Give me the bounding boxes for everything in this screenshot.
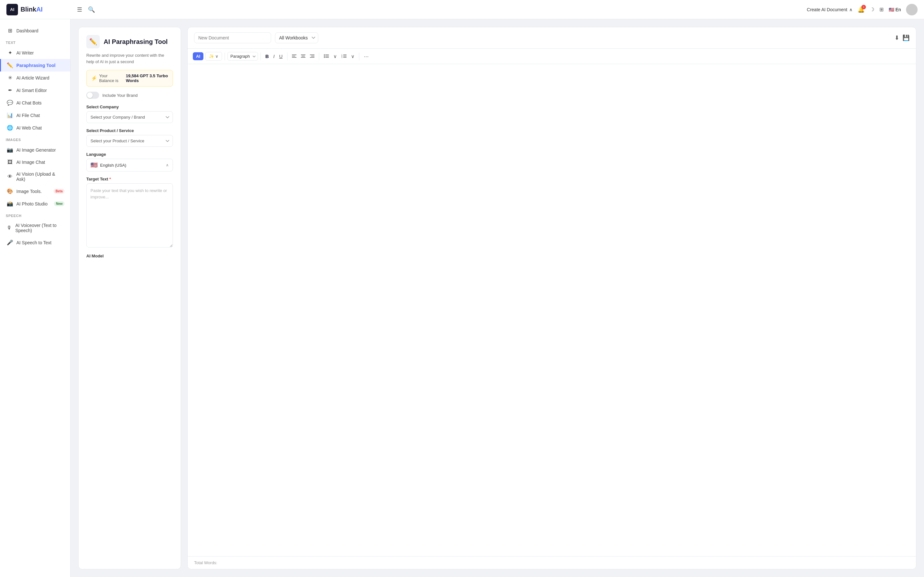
sidebar-item-ai-image-chat[interactable]: 🖼 AI Image Chat <box>0 156 70 168</box>
align-center-button[interactable] <box>299 52 307 60</box>
language-group: Language 🇺🇸 English (USA) ∧ <box>86 152 173 171</box>
image-tools-icon: 🎨 <box>7 188 13 194</box>
notifications-button[interactable]: 🔔 1 <box>858 6 865 13</box>
beta-badge: Beta <box>53 189 65 193</box>
tool-title: AI Paraphrasing Tool <box>103 38 168 45</box>
select-company-group: Select Company Select your Company / Bra… <box>86 105 173 123</box>
sidebar-item-ai-article-wizard[interactable]: ✳ AI Article Wizard <box>0 71 70 84</box>
workbook-select[interactable]: All Workbooks My Workbooks <box>275 32 318 43</box>
article-wizard-icon: ✳ <box>7 75 13 81</box>
grid-icon-button[interactable]: ⊞ <box>879 6 884 13</box>
header-right-icons: ⬇ 💾 <box>895 34 909 41</box>
ordered-list-chevron[interactable]: ∨ <box>349 52 357 61</box>
more-options-button[interactable]: ⋯ <box>362 52 371 61</box>
paragraph-style-select[interactable]: Paragraph <box>228 52 258 61</box>
include-brand-label: Include Your Brand <box>102 93 137 98</box>
sidebar-text-section: TEXT <box>0 37 70 47</box>
include-brand-toggle[interactable] <box>86 92 99 99</box>
sidebar-item-dashboard[interactable]: ⊞ Dashboard <box>0 24 70 37</box>
sidebar-item-ai-image-generator[interactable]: 📷 AI Image Generator <box>0 143 70 156</box>
menu-icon[interactable]: ☰ <box>77 6 82 13</box>
language-label: Language <box>86 152 173 157</box>
tool-icon-box: ✏️ <box>86 35 100 48</box>
ai-model-group: AI Model <box>86 253 173 258</box>
bold-button[interactable]: B <box>263 52 271 60</box>
right-panel-footer: Total Words: <box>188 556 916 569</box>
select-company-label: Select Company <box>86 105 173 109</box>
search-icon[interactable]: 🔍 <box>88 6 95 13</box>
bullet-list-chevron[interactable]: ∨ <box>331 52 339 61</box>
sidebar-item-ai-smart-editor[interactable]: ✒ AI Smart Editor <box>0 84 70 97</box>
language-select-row[interactable]: 🇺🇸 English (USA) ∧ <box>86 159 173 171</box>
bullet-list-button[interactable] <box>322 52 331 60</box>
language-button[interactable]: 🇺🇸 En <box>889 7 901 12</box>
toolbar-divider-5 <box>359 53 359 60</box>
editor-area[interactable] <box>188 64 916 556</box>
sidebar-item-ai-vision[interactable]: 👁 AI Vision (Upload & Ask) <box>0 168 70 185</box>
web-chat-icon: 🌐 <box>7 125 13 131</box>
new-badge: New <box>54 201 65 206</box>
select-product-dropdown[interactable]: Select your Product / Service <box>86 135 173 147</box>
ai-toolbar-button[interactable]: AI <box>193 52 204 60</box>
sidebar-item-ai-speech-to-text[interactable]: 🎤 AI Speech to Text <box>0 236 70 249</box>
target-text-input[interactable] <box>86 183 173 247</box>
language-value: English (USA) <box>100 163 163 168</box>
dashboard-icon: ⊞ <box>7 27 13 34</box>
magic-toolbar-button[interactable]: ✨ ∨ <box>205 52 222 61</box>
sidebar-item-ai-web-chat[interactable]: 🌐 AI Web Chat <box>0 121 70 134</box>
target-text-group: Target Text * <box>86 177 173 248</box>
svg-point-9 <box>324 55 325 55</box>
language-chevron-icon: ∧ <box>166 163 169 167</box>
create-ai-document-button[interactable]: Create AI Document ∧ <box>807 7 853 12</box>
align-left-button[interactable] <box>290 52 298 60</box>
required-indicator: * <box>110 177 111 181</box>
total-words-label: Total Words: <box>194 560 217 565</box>
text-format-group: B I U <box>263 52 284 60</box>
paraphrasing-tool-icon: ✏️ <box>89 38 97 45</box>
toolbar-divider-2 <box>260 53 261 60</box>
sidebar: ⊞ Dashboard TEXT ✦ AI Writer ✏️ Paraphra… <box>0 19 71 577</box>
document-name-input[interactable] <box>194 32 271 43</box>
left-panel: ✏️ AI Paraphrasing Tool Rewrite and impr… <box>78 27 181 569</box>
voiceover-icon: 🎙 <box>7 225 12 231</box>
avatar[interactable] <box>906 4 918 15</box>
list-group: ∨ 1.2.3. ∨ <box>322 52 357 61</box>
sidebar-item-ai-chat-bots[interactable]: 💬 AI Chat Bots <box>0 97 70 109</box>
right-panel-header: All Workbooks My Workbooks ⬇ 💾 <box>188 27 916 49</box>
sidebar-item-ai-photo-studio[interactable]: 📸 AI Photo Studio New <box>0 197 70 210</box>
balance-amount: 19,584 GPT 3.5 Turbo Words <box>126 73 168 83</box>
svg-point-13 <box>324 57 325 58</box>
underline-button[interactable]: U <box>277 52 284 60</box>
align-group <box>290 52 317 60</box>
chat-bots-icon: 💬 <box>7 100 13 106</box>
toolbar-divider-1 <box>225 53 225 60</box>
paraphrasing-icon: ✏️ <box>7 62 13 68</box>
align-right-button[interactable] <box>308 52 317 60</box>
toggle-knob <box>87 92 93 98</box>
download-icon-button[interactable]: ⬇ <box>895 34 899 41</box>
sidebar-item-ai-voiceover[interactable]: 🎙 AI Voiceover (Text to Speech) <box>0 219 70 236</box>
select-company-dropdown[interactable]: Select your Company / Brand <box>86 111 173 123</box>
svg-point-11 <box>324 56 325 57</box>
sidebar-item-ai-file-chat[interactable]: 📊 AI File Chat <box>0 109 70 121</box>
language-flag: 🇺🇸 <box>90 161 97 169</box>
toolbar-divider-4 <box>319 53 319 60</box>
italic-button[interactable]: I <box>271 52 276 60</box>
photo-studio-icon: 📸 <box>7 201 13 207</box>
save-icon-button[interactable]: 💾 <box>903 34 909 41</box>
tool-header: ✏️ AI Paraphrasing Tool <box>86 35 173 48</box>
sidebar-item-ai-writer[interactable]: ✦ AI Writer <box>0 47 70 59</box>
main-content: ✏️ AI Paraphrasing Tool Rewrite and impr… <box>71 19 924 577</box>
logo-text: BlinkAI <box>21 6 43 13</box>
sidebar-item-paraphrasing-tool[interactable]: ✏️ Paraphrasing Tool <box>0 59 70 71</box>
sidebar-item-image-tools[interactable]: 🎨 Image Tools. Beta <box>0 185 70 197</box>
ai-vision-icon: 👁 <box>7 174 13 179</box>
image-gen-icon: 📷 <box>7 147 13 153</box>
logo-icon: AI <box>6 4 18 15</box>
include-brand-toggle-row: Include Your Brand <box>86 92 173 99</box>
ordered-list-button[interactable]: 1.2.3. <box>339 52 349 60</box>
dark-mode-button[interactable]: ☽ <box>870 6 874 13</box>
select-product-group: Select Product / Service Select your Pro… <box>86 128 173 147</box>
select-product-label: Select Product / Service <box>86 128 173 133</box>
ai-writer-icon: ✦ <box>7 50 13 56</box>
